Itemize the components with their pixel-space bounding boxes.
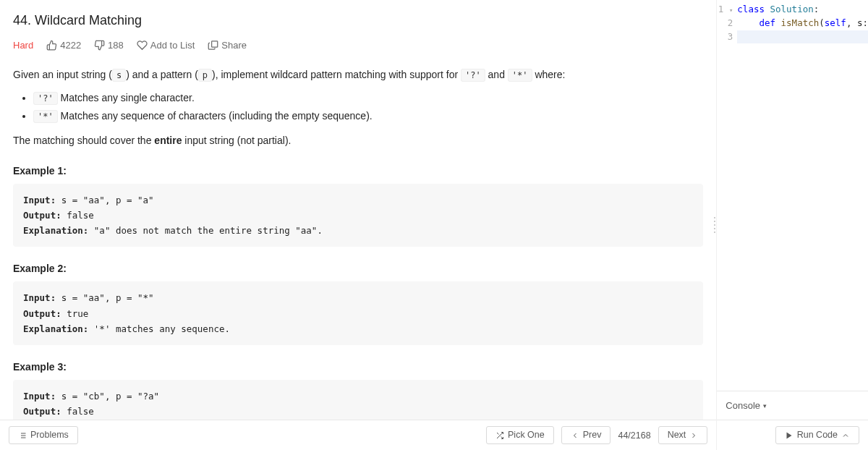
list-icon (18, 431, 27, 440)
prev-button[interactable]: Prev (561, 426, 611, 444)
rule-item-star: '*' Matches any sequence of characters (… (33, 108, 703, 124)
run-bar: Run Code (717, 420, 868, 450)
code-p: p (198, 69, 212, 82)
code-content[interactable]: class Solution: def isMatch(self, s: (737, 3, 868, 391)
nav-group: Pick One Prev 44/2168 Next (486, 426, 707, 444)
problems-button[interactable]: Problems (9, 426, 78, 444)
difficulty-badge: Hard (13, 40, 33, 51)
chevron-right-icon (689, 431, 698, 440)
rule-item-question: '?' Matches any single character. (33, 90, 703, 106)
example-3-title: Example 3: (13, 361, 703, 373)
line-gutter: 1 ▾ 2 3 (717, 3, 737, 391)
pick-one-button[interactable]: Pick One (486, 426, 554, 444)
shuffle-icon (495, 431, 504, 440)
chevron-left-icon (571, 431, 579, 440)
intro-paragraph: Given an input string (s) and a pattern … (13, 67, 703, 82)
dislike-button[interactable]: 188 (94, 40, 124, 51)
code-s: s (112, 69, 126, 82)
cursor-line (737, 30, 868, 44)
problem-meta: Hard 4222 188 Add to List Share (13, 40, 703, 51)
heart-icon (137, 40, 148, 51)
editor-panel: 1 ▾ 2 3 class Solution: def isMatch(self… (717, 0, 868, 450)
play-icon (785, 431, 793, 440)
code-star: '*' (508, 69, 532, 82)
like-count: 4222 (60, 40, 81, 51)
problem-title: 44. Wildcard Matching (13, 13, 703, 28)
problem-description: 44. Wildcard Matching Hard 4222 188 Add … (0, 0, 716, 420)
share-icon (208, 40, 218, 51)
example-1-block: Input: s = "aa", p = "a" Output: false E… (13, 184, 703, 247)
svg-line-9 (497, 433, 499, 435)
share-button[interactable]: Share (208, 40, 247, 51)
coverage-paragraph: The matching should cover the entire inp… (13, 132, 703, 148)
chevron-up-icon (841, 431, 850, 440)
problem-panel: 44. Wildcard Matching Hard 4222 188 Add … (0, 0, 717, 450)
run-code-button[interactable]: Run Code (775, 426, 859, 444)
example-3-block: Input: s = "cb", p = "?a" Output: false (13, 380, 703, 420)
svg-rect-0 (212, 41, 218, 47)
like-button[interactable]: 4222 (46, 40, 81, 51)
panel-resize-handle[interactable] (711, 214, 718, 236)
thumbs-down-icon (94, 40, 105, 51)
example-2-block: Input: s = "aa", p = "*" Output: true Ex… (13, 281, 703, 345)
add-to-list-button[interactable]: Add to List (137, 40, 195, 51)
problem-counter: 44/2168 (618, 430, 650, 441)
caret-down-icon: ▾ (763, 402, 767, 409)
console-toggle[interactable]: Console▾ (717, 391, 868, 420)
next-button[interactable]: Next (658, 426, 708, 444)
fold-icon[interactable]: ▾ (729, 7, 733, 14)
example-1-title: Example 1: (13, 165, 703, 177)
example-2-title: Example 2: (13, 263, 703, 274)
dislike-count: 188 (108, 40, 124, 51)
code-question: '?' (461, 69, 485, 82)
svg-marker-10 (786, 432, 791, 438)
problem-body: Given an input string (s) and a pattern … (13, 67, 703, 420)
problem-bottom-bar: Problems Pick One Prev 44/2168 Next (0, 420, 716, 450)
code-editor[interactable]: 1 ▾ 2 3 class Solution: def isMatch(self… (717, 0, 868, 391)
thumbs-up-icon (46, 40, 57, 51)
